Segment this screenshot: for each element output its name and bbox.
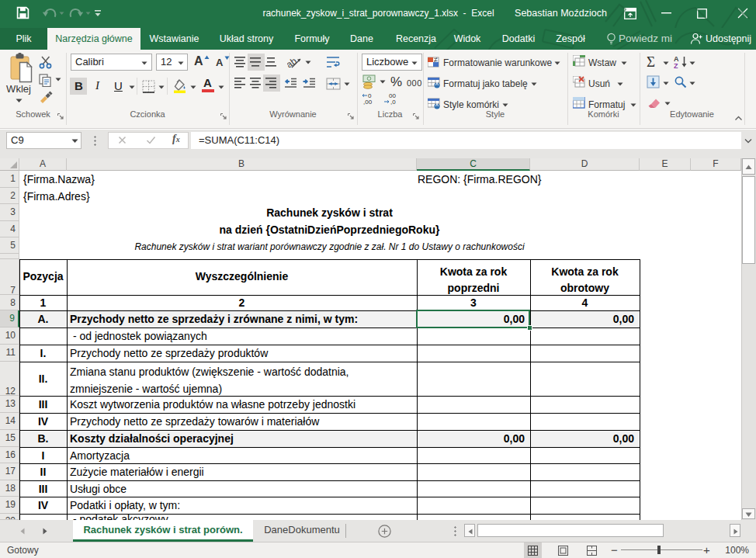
svg-text:,00: ,00 [363,99,373,105]
svg-text:Z: Z [674,62,678,69]
svg-text:,0: ,0 [390,99,396,105]
